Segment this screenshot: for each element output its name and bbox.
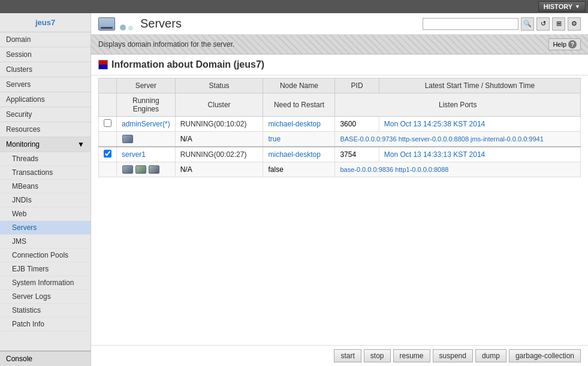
row2-server-name[interactable]: server1 — [117, 147, 176, 162]
resume-button[interactable]: resume — [393, 349, 430, 362]
suspend-button[interactable]: suspend — [433, 349, 473, 362]
sidebar-sub-item-jndis[interactable]: JNDIs — [0, 193, 91, 207]
server-dot1-icon — [120, 25, 126, 31]
sidebar-sub-item-threads[interactable]: Threads — [0, 152, 91, 166]
content-area: Servers 🔍 ↺ ⊞ ⚙ Displays domain informat… — [91, 13, 588, 366]
action-bar: start stop resume suspend dump garbage-c… — [91, 345, 588, 366]
row1-sub-cluster: N/A — [175, 132, 263, 147]
help-icon: ? — [568, 40, 577, 49]
row1-checkbox[interactable] — [104, 119, 111, 127]
sidebar-sub-item-mbeans[interactable]: MBeans — [0, 180, 91, 193]
row1-node[interactable]: michael-desktop — [263, 117, 335, 132]
sidebar-sub-item-connection-pools[interactable]: Connection Pools — [0, 249, 91, 262]
row2-sub-empty — [99, 162, 117, 177]
col-checkbox — [99, 78, 117, 93]
sub-col-cluster: Cluster — [175, 93, 263, 117]
row1-sub-restart: true — [263, 132, 335, 147]
help-button[interactable]: Help ? — [548, 38, 581, 50]
sidebar-monitoring-header[interactable]: Monitoring ▼ — [0, 137, 91, 152]
row2-checkbox[interactable] — [104, 150, 111, 158]
row1-time: Mon Oct 13 14:25:38 KST 2014 — [379, 117, 580, 132]
sub-col-checkbox — [99, 93, 117, 117]
server-dot2-icon — [128, 26, 133, 31]
help-label: Help — [553, 41, 566, 48]
content-header: Servers 🔍 ↺ ⊞ ⚙ — [91, 13, 588, 35]
monitoring-label: Monitoring — [6, 140, 40, 149]
sidebar-sub-item-system-information[interactable]: System Information — [0, 276, 91, 290]
col-pid: PID — [335, 78, 379, 93]
page-title: Information about Domain (jeus7) — [111, 59, 264, 70]
engine-icon — [122, 135, 133, 143]
row1-sub-empty — [99, 132, 117, 147]
sub-col-listen: Listen Ports — [335, 93, 581, 117]
row2-sub-restart: false — [263, 162, 335, 177]
sidebar-sub-item-server-logs[interactable]: Server Logs — [0, 290, 91, 304]
row1-checkbox-cell[interactable] — [99, 117, 117, 132]
start-button[interactable]: start — [334, 349, 361, 362]
banner-text: Displays domain information for the serv… — [98, 40, 234, 49]
servers-table: Server Status Node Name PID Latest Start… — [98, 78, 581, 177]
row1-server-name[interactable]: adminServer(*) — [117, 117, 176, 132]
refresh-button[interactable]: ↺ — [536, 17, 550, 31]
engine-icon — [122, 165, 133, 174]
row1-status: RUNNING(00:10:02) — [175, 117, 263, 132]
sidebar-item-clusters[interactable]: Clusters — [0, 62, 91, 77]
settings-button[interactable]: ⚙ — [568, 17, 581, 31]
main-layout: jeus7 Domain Session Clusters Servers Ap… — [0, 13, 588, 366]
sidebar-sub-item-jms[interactable]: JMS — [0, 235, 91, 249]
table-row: adminServer(*) RUNNING(00:10:02) michael… — [99, 117, 581, 132]
table-row-sub: N/A false base-0.0.0.0:9836 http1-0.0.0.… — [99, 162, 581, 177]
row2-sub-listen: base-0.0.0.0:9836 http1-0.0.0.0:8088 — [335, 162, 581, 177]
sidebar-title: jeus7 — [0, 13, 91, 32]
sidebar-item-domain[interactable]: Domain — [0, 32, 91, 47]
col-time: Latest Start Time / Shutdown Time — [379, 78, 580, 93]
search-input[interactable] — [423, 18, 518, 30]
top-bar: HISTORY — [0, 0, 588, 13]
row1-sub-icons — [117, 132, 176, 147]
row2-checkbox-cell[interactable] — [99, 147, 117, 162]
sidebar-item-console[interactable]: Console — [0, 350, 91, 366]
table-row: server1 RUNNING(00:02:27) michael-deskto… — [99, 147, 581, 162]
dump-button[interactable]: dump — [475, 349, 506, 362]
sidebar-item-servers[interactable]: Servers — [0, 77, 91, 92]
monitoring-chevron-icon: ▼ — [77, 140, 85, 149]
content-header-title: Servers — [98, 17, 182, 31]
row2-time: Mon Oct 13 14:33:13 KST 2014 — [379, 147, 580, 162]
stop-button[interactable]: stop — [364, 349, 391, 362]
row2-sub-cluster: N/A — [175, 162, 263, 177]
sidebar-sub-item-statistics[interactable]: Statistics — [0, 304, 91, 317]
sidebar-sub-item-ejb-timers[interactable]: EJB Timers — [0, 262, 91, 276]
row1-sub-listen: BASE-0.0.0.0:9736 http-server-0.0.0.0:88… — [335, 132, 581, 147]
engine-icon2 — [135, 165, 146, 174]
table-row-sub: N/A true BASE-0.0.0.0:9736 http-server-0… — [99, 132, 581, 147]
table-container: Server Status Node Name PID Latest Start… — [91, 75, 588, 345]
row2-status: RUNNING(00:02:27) — [175, 147, 263, 162]
sidebar-sub-item-web[interactable]: Web — [0, 207, 91, 221]
page-title-bar: Information about Domain (jeus7) — [91, 55, 588, 75]
sub-col-restart: Need to Restart — [263, 93, 335, 117]
sidebar-item-session[interactable]: Session — [0, 47, 91, 62]
search-area: 🔍 ↺ ⊞ ⚙ — [423, 17, 581, 31]
export-button[interactable]: ⊞ — [552, 17, 565, 31]
history-button[interactable]: HISTORY — [538, 1, 586, 12]
sidebar: jeus7 Domain Session Clusters Servers Ap… — [0, 13, 91, 366]
row2-node[interactable]: michael-desktop — [263, 147, 335, 162]
sidebar-sub-item-transactions[interactable]: Transactions — [0, 166, 91, 180]
col-node: Node Name — [263, 78, 335, 93]
row2-pid: 3754 — [335, 147, 379, 162]
col-server: Server — [117, 78, 176, 93]
row1-pid: 3600 — [335, 117, 379, 132]
sub-col-engines: Running Engines — [117, 93, 176, 117]
page-header-title: Servers — [140, 17, 182, 31]
sidebar-item-applications[interactable]: Applications — [0, 92, 91, 107]
search-button[interactable]: 🔍 — [521, 17, 534, 31]
col-status: Status — [175, 78, 263, 93]
sidebar-item-resources[interactable]: Resources — [0, 122, 91, 137]
sidebar-sub-item-patch-info[interactable]: Patch Info — [0, 317, 91, 331]
sidebar-item-security[interactable]: Security — [0, 107, 91, 122]
sidebar-sub-item-servers[interactable]: Servers — [0, 221, 91, 235]
domain-flag-icon — [98, 60, 108, 69]
garbage-collection-button[interactable]: garbage-collection — [509, 349, 581, 362]
info-banner: Displays domain information for the serv… — [91, 35, 588, 55]
engine-icon3 — [149, 165, 159, 174]
